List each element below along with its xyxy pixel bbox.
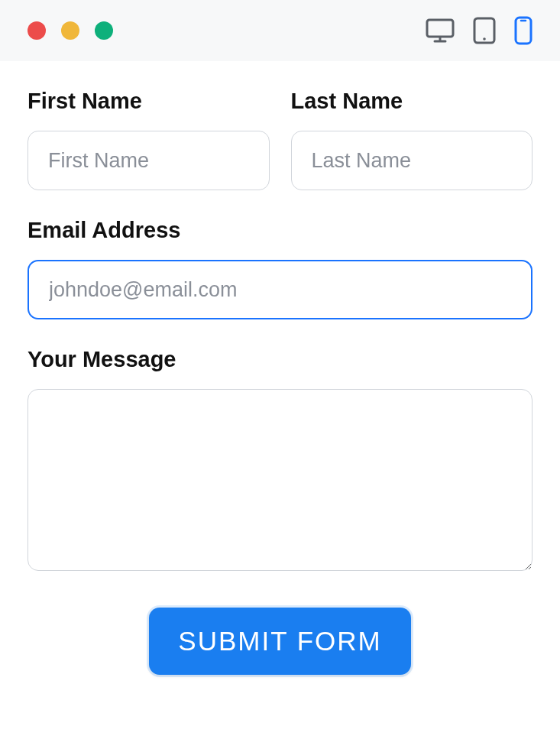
close-window-button[interactable]	[28, 21, 46, 40]
first-name-input[interactable]	[28, 131, 270, 190]
last-name-field: Last Name	[291, 89, 533, 190]
message-label: Your Message	[28, 347, 532, 372]
maximize-window-button[interactable]	[95, 21, 113, 40]
email-input[interactable]	[28, 260, 532, 319]
first-name-field: First Name	[28, 89, 270, 190]
last-name-label: Last Name	[291, 89, 533, 114]
phone-icon[interactable]	[514, 16, 532, 45]
message-field-group: Your Message	[28, 347, 532, 574]
contact-form: First Name Last Name Email Address Your …	[0, 61, 560, 721]
desktop-icon[interactable]	[426, 18, 455, 44]
traffic-lights	[28, 21, 113, 40]
svg-point-4	[483, 37, 486, 41]
svg-rect-0	[427, 20, 453, 37]
submit-button[interactable]: SUBMIT FORM	[149, 608, 410, 675]
tablet-icon[interactable]	[473, 17, 496, 44]
device-switcher	[426, 16, 532, 45]
email-label: Email Address	[28, 218, 532, 243]
last-name-input[interactable]	[291, 131, 533, 190]
email-field-group: Email Address	[28, 218, 532, 319]
submit-wrap: SUBMIT FORM	[28, 608, 532, 675]
first-name-label: First Name	[28, 89, 270, 114]
title-bar	[0, 0, 560, 61]
message-textarea[interactable]	[28, 389, 532, 571]
minimize-window-button[interactable]	[61, 21, 79, 40]
